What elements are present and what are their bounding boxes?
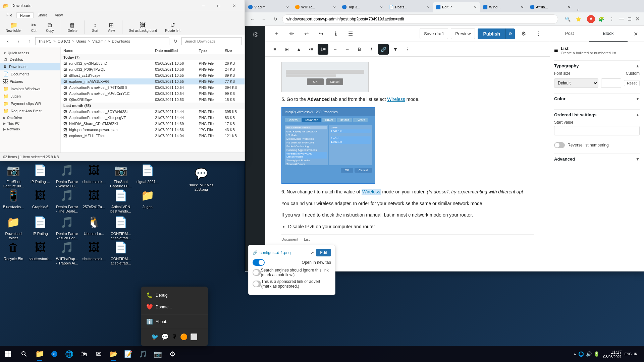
ordered-list-section-header[interactable]: Ordered list settings ▲ [554, 109, 640, 120]
maximize-button[interactable]: □ [211, 0, 226, 11]
new-folder-button[interactable]: 📁 New folder [3, 20, 24, 34]
edit-close[interactable]: ✕ [473, 5, 477, 10]
up-button[interactable]: ↑ [24, 37, 34, 46]
table-row[interactable]: 🖼ApplicationFrameHost_3OYAt4d2St 21/07/2… [61, 109, 245, 115]
discord-icon[interactable]: 💬 [161, 333, 169, 341]
browser-search-button[interactable]: 🔍 [563, 14, 572, 24]
sidebar-item-pictures[interactable]: 🖼 Pictures [0, 78, 60, 85]
desktop-icon-ip-rating----[interactable]: 📄 IP-Rating-... [27, 161, 54, 185]
wp-redo-button[interactable]: ↪ [315, 28, 327, 40]
wp-tools-button[interactable]: ✏ [285, 28, 298, 40]
affilia-close[interactable]: ✕ [567, 5, 571, 10]
close-wp-button[interactable]: ✕ [634, 16, 641, 22]
indent-out-btn[interactable]: ▲ [293, 44, 304, 55]
browser-tab-edit[interactable]: 🟦 Edit P... ✕ [433, 2, 480, 12]
taskbar-chrome[interactable]: 🌐 [62, 346, 76, 362]
wp-logo-menu[interactable]: ⚙ [247, 28, 263, 41]
wp-add-block-button[interactable]: ＋ [271, 28, 283, 40]
minimize-button[interactable]: ─ [196, 0, 211, 11]
settings-toggle-button[interactable]: ⚙ [518, 28, 530, 40]
system-clock[interactable]: 11:17 03/08/2021 [603, 350, 622, 359]
patreon-icon[interactable]: 🟠 [180, 333, 187, 341]
desktop-icon-deniro-farrar---the-[interactable]: 🎵 Deniro Farrar - The Deale... [54, 186, 80, 215]
browser-tab-vladim[interactable]: 🔵 Vladim... ✕ [245, 2, 292, 12]
sidebar-item-request[interactable]: 📁 Request Ana Prest... [0, 107, 60, 115]
italic-btn[interactable]: I [366, 44, 377, 55]
more-btn[interactable]: ▼ [390, 44, 401, 55]
list-type-btn[interactable]: ⊞ [281, 44, 292, 55]
advanced-section-header[interactable]: Advanced ▼ [554, 154, 640, 164]
minimize-wp-button[interactable]: ─ [618, 15, 625, 23]
publish-options-button[interactable]: ⚙ [506, 29, 515, 39]
browser-bookmark-button[interactable]: ⭐ [574, 14, 583, 24]
indent-btn[interactable]: ← [330, 44, 340, 55]
more-tools-button[interactable]: ⋮ [532, 28, 544, 40]
table-row[interactable]: 🖼ApplicationFrameHost_KicicpsgVF 21/07/2… [61, 115, 245, 121]
nofollow-toggle[interactable] [253, 269, 261, 276]
ribbon-tab-share[interactable]: Share [34, 12, 51, 18]
table-row[interactable]: 🖼explorer_MZLHIFEfeu 21/07/2021 14:04 PN… [61, 133, 245, 139]
rotate-button[interactable]: ↺ Rotate left [162, 20, 183, 34]
browser-url-input[interactable] [282, 14, 558, 24]
set-background-button[interactable]: 🖼 Set as background [126, 20, 160, 34]
list-unordered-btn[interactable]: •≡ [306, 44, 316, 55]
forward-button[interactable]: › [14, 37, 23, 46]
adapter-ok-btn[interactable]: OK [341, 168, 353, 173]
wireless-link-2[interactable]: Wireless [362, 189, 381, 195]
wp-editor-body[interactable]: OK Cancel 5. Go to the Advanced tab and … [265, 57, 550, 271]
font-size-input[interactable] [601, 78, 621, 88]
publish-button[interactable]: Publish [478, 28, 506, 39]
table-row[interactable]: 🖼rundll32_gw3NgU83hD 03/08/2021 10:56 PN… [61, 60, 245, 66]
browser-tab-affilia[interactable]: 🔵 Affilia... ✕ [527, 2, 574, 12]
link-edit-button[interactable]: Edit [316, 249, 331, 256]
ribbon-tab-home[interactable]: Home [16, 12, 34, 18]
ribbon-tab-file[interactable]: File [3, 12, 16, 18]
cut-button[interactable]: ✂ Cut [27, 20, 41, 34]
browser-tab-posts[interactable]: 📄 Posts... ✕ [386, 2, 433, 12]
taskbar-store[interactable]: 🛍 [76, 346, 91, 362]
preview-button[interactable]: Preview [451, 28, 475, 39]
col-name[interactable]: Name [61, 47, 152, 54]
network-icon[interactable]: 🌐 [578, 351, 584, 357]
github-icon[interactable]: ⬜ [190, 333, 198, 341]
align-left-btn[interactable]: ≡ [269, 44, 280, 55]
menu-item-donate[interactable]: ❤️ Donate... [141, 301, 208, 313]
panel-close-button[interactable]: ✕ [628, 26, 644, 42]
sort-button[interactable]: ↕ Sort [89, 20, 102, 34]
quick-access-section[interactable]: ▼ Quick access [0, 50, 60, 56]
reverse-toggle[interactable] [554, 142, 565, 148]
close-button[interactable]: ✕ [226, 0, 242, 11]
desktop-icon-deniro-farrar---wher[interactable]: 🎵 Deniro Farrar - Where I C... [54, 161, 80, 190]
outdent-btn[interactable]: → [342, 44, 353, 55]
desktop-icon-ip-rating[interactable]: 📄 IP Rating [27, 213, 54, 237]
adapter-cancel-btn[interactable]: Cancel [355, 168, 372, 173]
desktop-icon-confirm----at-soletr[interactable]: 📄 CONFIRM... at soletrad... [107, 213, 134, 242]
start-value-input[interactable] [554, 126, 640, 135]
bold-btn[interactable]: B [354, 44, 365, 55]
panel-tab-block[interactable]: Block [589, 26, 628, 42]
volume-icon[interactable]: 🔊 [586, 351, 592, 357]
taskbar-explorer-2[interactable]: 📂 [106, 346, 121, 362]
desktop-icon-ubuntu-lo---[interactable]: 🐧 Ubuntu-Lo... [80, 213, 107, 237]
taskbar-file-explorer[interactable]: 📁 [32, 346, 47, 362]
taskbar-sticky[interactable]: 📝 [121, 346, 136, 362]
podcast-icon[interactable]: 🎙 [171, 333, 177, 341]
vladim-close[interactable]: ✕ [285, 5, 289, 10]
sidebar-item-invoices[interactable]: 📁 Invoices Windows [0, 85, 60, 93]
onedrive-section[interactable]: ▶ OneDrive [0, 115, 60, 120]
desktop-icon-slack-ockvbs2tf8-png[interactable]: 💬 slack_oCKVbs2tf8.png [188, 164, 215, 193]
taskbar-edge[interactable]: e [47, 346, 62, 362]
desktop-icon-recycle-bin[interactable]: 🗑 Recycle Bin [0, 238, 27, 262]
refresh-button[interactable]: ↻ [171, 37, 180, 46]
menu-item-about[interactable]: ℹ️ About... [141, 316, 208, 327]
view-button[interactable]: ⊞ View [105, 20, 118, 34]
open-new-tab-toggle[interactable] [253, 259, 265, 266]
table-row[interactable]: 🖼ApplicationFrameHost_9l76TXd9h8 03/08/2… [61, 84, 245, 90]
link-url[interactable]: configur...d-1.png [260, 250, 309, 255]
desktop-icon-shutterstock---[interactable]: 🖼 shutterstock... [27, 238, 54, 262]
desktop-icon-deniro-farrar---stuc[interactable]: 🎵 Deniro Farrar - Stuck For... [54, 213, 80, 242]
desktop-icon-257cf2417a---[interactable]: 🖼 257cf2417a... [80, 186, 107, 210]
tray-arrow[interactable]: ∧ [574, 352, 576, 356]
browser-forward-button[interactable]: → [259, 14, 269, 24]
panel-tab-post[interactable]: Post [550, 26, 589, 42]
